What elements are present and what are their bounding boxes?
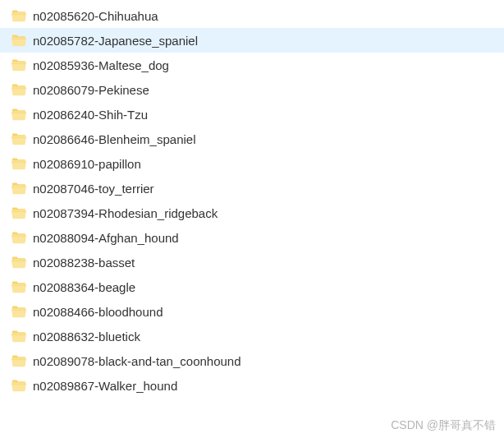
folder-name: n02087046-toy_terrier	[33, 182, 154, 196]
folder-row[interactable]: n02086646-Blenheim_spaniel	[0, 127, 504, 151]
folder-icon	[11, 108, 26, 121]
folder-icon	[11, 281, 26, 293]
folder-icon	[11, 84, 26, 96]
folder-name: n02085936-Maltese_dog	[33, 58, 169, 72]
folder-icon	[11, 59, 26, 71]
folder-name: n02086646-Blenheim_spaniel	[33, 132, 196, 146]
folder-icon	[11, 330, 26, 343]
folder-name: n02085620-Chihuahua	[33, 9, 158, 23]
folder-icon	[11, 207, 26, 219]
folder-name: n02088094-Afghan_hound	[33, 231, 179, 245]
folder-name: n02088238-basset	[33, 256, 135, 270]
folder-icon	[11, 133, 26, 145]
folder-row[interactable]: n02086910-papillon	[0, 151, 504, 176]
folder-row[interactable]: n02086079-Pekinese	[0, 77, 504, 102]
folder-icon	[11, 355, 26, 367]
folder-row[interactable]: n02089867-Walker_hound	[0, 373, 504, 398]
folder-row[interactable]: n02085620-Chihuahua	[0, 3, 504, 28]
folder-row[interactable]: n02088238-basset	[0, 250, 504, 274]
folder-row[interactable]: n02088466-bloodhound	[0, 299, 504, 324]
folder-icon	[11, 35, 26, 47]
folder-row[interactable]: n02087046-toy_terrier	[0, 176, 504, 201]
folder-icon	[11, 256, 26, 269]
folder-name: n02087394-Rhodesian_ridgeback	[33, 206, 218, 220]
folder-name: n02089867-Walker_hound	[33, 379, 177, 393]
folder-row[interactable]: n02085936-Maltese_dog	[0, 53, 504, 77]
folder-row[interactable]: n02087394-Rhodesian_ridgeback	[0, 201, 504, 225]
folder-name: n02085782-Japanese_spaniel	[33, 34, 198, 48]
folder-row[interactable]: n02086240-Shih-Tzu	[0, 102, 504, 127]
folder-row[interactable]: n02088632-bluetick	[0, 324, 504, 348]
folder-name: n02088364-beagle	[33, 280, 135, 294]
folder-icon	[11, 182, 26, 195]
watermark-text: CSDN @胖哥真不错	[391, 418, 496, 433]
folder-row[interactable]: n02088094-Afghan_hound	[0, 225, 504, 250]
folder-icon	[11, 306, 26, 318]
folder-name: n02088466-bloodhound	[33, 305, 163, 319]
folder-icon	[11, 380, 26, 392]
folder-icon	[11, 10, 26, 22]
file-list: n02085620-Chihuahua n02085782-Japanese_s…	[0, 0, 504, 401]
folder-name: n02088632-bluetick	[33, 330, 140, 343]
folder-row[interactable]: n02088364-beagle	[0, 274, 504, 299]
folder-name: n02086910-papillon	[33, 157, 141, 171]
folder-name: n02089078-black-and-tan_coonhound	[33, 354, 241, 368]
folder-icon	[11, 158, 26, 170]
folder-icon	[11, 232, 26, 244]
folder-name: n02086240-Shih-Tzu	[33, 108, 148, 122]
folder-row[interactable]: n02085782-Japanese_spaniel	[0, 28, 504, 53]
folder-name: n02086079-Pekinese	[33, 83, 149, 97]
folder-row[interactable]: n02089078-black-and-tan_coonhound	[0, 348, 504, 373]
